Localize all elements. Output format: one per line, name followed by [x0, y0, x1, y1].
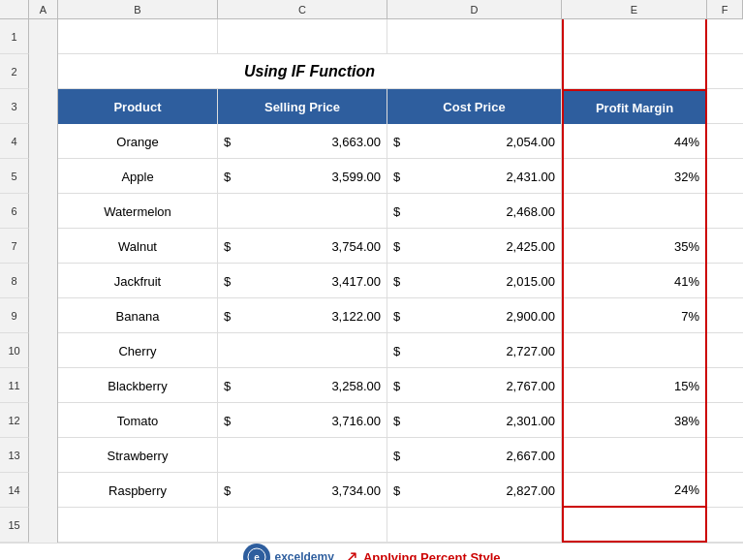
- cell-14c[interactable]: $3,734.00: [218, 473, 387, 508]
- row-num-12[interactable]: 12: [0, 403, 29, 438]
- row-num-10[interactable]: 10: [0, 333, 29, 368]
- cell-13a[interactable]: [29, 438, 58, 473]
- row-num-7[interactable]: 7: [0, 229, 29, 264]
- cell-1c[interactable]: [218, 19, 387, 54]
- cell-12d[interactable]: $2,301.00: [387, 403, 562, 438]
- title-cell[interactable]: Using IF Function: [58, 54, 562, 89]
- cell-10a[interactable]: [29, 333, 58, 368]
- cell-11e[interactable]: 15%: [562, 368, 707, 403]
- cell-10f[interactable]: [707, 333, 743, 368]
- cell-8d[interactable]: $2,015.00: [387, 264, 562, 298]
- cell-6d[interactable]: $2,468.00: [387, 194, 562, 229]
- cell-9a[interactable]: [29, 298, 58, 333]
- cell-13f[interactable]: [707, 438, 743, 473]
- col-header-c[interactable]: C: [218, 0, 387, 18]
- cell-2a[interactable]: [29, 54, 58, 89]
- row-num-14[interactable]: 14: [0, 473, 29, 508]
- cell-15a[interactable]: [29, 508, 58, 543]
- cell-15c[interactable]: [218, 508, 387, 543]
- cell-15d[interactable]: [387, 508, 562, 543]
- cell-6e[interactable]: [562, 194, 707, 229]
- col-header-e[interactable]: E: [562, 0, 707, 18]
- cell-7f[interactable]: [707, 229, 743, 264]
- row-num-9[interactable]: 9: [0, 298, 29, 333]
- row-num-2[interactable]: 2: [0, 54, 29, 89]
- row-num-15[interactable]: 15: [0, 508, 29, 543]
- cell-2e[interactable]: [562, 54, 707, 89]
- header-selling-price[interactable]: Selling Price: [218, 89, 387, 124]
- cell-15f[interactable]: [707, 508, 743, 543]
- cell-14b[interactable]: Raspberry: [58, 473, 218, 508]
- cell-15b[interactable]: [58, 508, 218, 543]
- cell-5f[interactable]: [707, 159, 743, 194]
- cell-1d[interactable]: [387, 19, 562, 54]
- cell-12b[interactable]: Tomato: [58, 403, 218, 438]
- cell-5d[interactable]: $2,431.00: [387, 159, 562, 194]
- cell-4a[interactable]: [29, 124, 58, 159]
- row-num-4[interactable]: 4: [0, 124, 29, 159]
- cell-5c[interactable]: $3,599.00: [218, 159, 387, 194]
- cell-9c[interactable]: $3,122.00: [218, 298, 387, 333]
- cell-7b[interactable]: Walnut: [58, 229, 218, 264]
- cell-7e[interactable]: 35%: [562, 229, 707, 264]
- cell-4f[interactable]: [707, 124, 743, 159]
- cell-4e[interactable]: 44%: [562, 124, 707, 159]
- cell-5e[interactable]: 32%: [562, 159, 707, 194]
- cell-13d[interactable]: $2,667.00: [387, 438, 562, 473]
- cell-7c[interactable]: $3,754.00: [218, 229, 387, 264]
- row-num-6[interactable]: 6: [0, 194, 29, 229]
- cell-2f[interactable]: [707, 54, 743, 89]
- cell-9f[interactable]: [707, 298, 743, 333]
- cell-11a[interactable]: [29, 368, 58, 403]
- cell-8c[interactable]: $3,417.00: [218, 264, 387, 298]
- col-header-d[interactable]: D: [387, 0, 562, 18]
- row-num-3[interactable]: 3: [0, 89, 29, 124]
- cell-12e[interactable]: 38%: [562, 403, 707, 438]
- cell-11b[interactable]: Blackberry: [58, 368, 218, 403]
- cell-13e[interactable]: [562, 438, 707, 473]
- cell-14d[interactable]: $2,827.00: [387, 473, 562, 508]
- cell-10b[interactable]: Cherry: [58, 333, 218, 368]
- col-header-b[interactable]: B: [58, 0, 218, 18]
- cell-4b[interactable]: Orange: [58, 124, 218, 159]
- cell-11f[interactable]: [707, 368, 743, 403]
- cell-9b[interactable]: Banana: [58, 298, 218, 333]
- cell-4d[interactable]: $2,054.00: [387, 124, 562, 159]
- cell-12c[interactable]: $3,716.00: [218, 403, 387, 438]
- cell-5a[interactable]: [29, 159, 58, 194]
- cell-11d[interactable]: $2,767.00: [387, 368, 562, 403]
- cell-4c[interactable]: $3,663.00: [218, 124, 387, 159]
- row-num-8[interactable]: 8: [0, 264, 29, 298]
- cell-5b[interactable]: Apple: [58, 159, 218, 194]
- cell-7a[interactable]: [29, 229, 58, 264]
- row-num-5[interactable]: 5: [0, 159, 29, 194]
- cell-15e[interactable]: [562, 508, 707, 543]
- cell-14f[interactable]: [707, 473, 743, 508]
- cell-1b[interactable]: [58, 19, 218, 54]
- cell-7d[interactable]: $2,425.00: [387, 229, 562, 264]
- header-profit-margin[interactable]: Profit Margin: [562, 89, 707, 124]
- cell-1f[interactable]: [707, 19, 743, 54]
- cell-6c[interactable]: [218, 194, 387, 229]
- cell-8b[interactable]: Jackfruit: [58, 264, 218, 298]
- cell-6b[interactable]: Watermelon: [58, 194, 218, 229]
- cell-9e[interactable]: 7%: [562, 298, 707, 333]
- cell-10e[interactable]: [562, 333, 707, 368]
- cell-13c[interactable]: [218, 438, 387, 473]
- cell-8f[interactable]: [707, 264, 743, 298]
- cell-10d[interactable]: $2,727.00: [387, 333, 562, 368]
- cell-6a[interactable]: [29, 194, 58, 229]
- header-product[interactable]: Product: [58, 89, 218, 124]
- cell-12a[interactable]: [29, 403, 58, 438]
- cell-10c[interactable]: [218, 333, 387, 368]
- cell-8e[interactable]: 41%: [562, 264, 707, 298]
- cell-8a[interactable]: [29, 264, 58, 298]
- cell-14a[interactable]: [29, 473, 58, 508]
- cell-9d[interactable]: $2,900.00: [387, 298, 562, 333]
- row-num-1[interactable]: 1: [0, 19, 29, 54]
- cell-1e[interactable]: [562, 19, 707, 54]
- cell-11c[interactable]: $3,258.00: [218, 368, 387, 403]
- cell-3a[interactable]: [29, 89, 58, 124]
- row-num-11[interactable]: 11: [0, 368, 29, 403]
- cell-12f[interactable]: [707, 403, 743, 438]
